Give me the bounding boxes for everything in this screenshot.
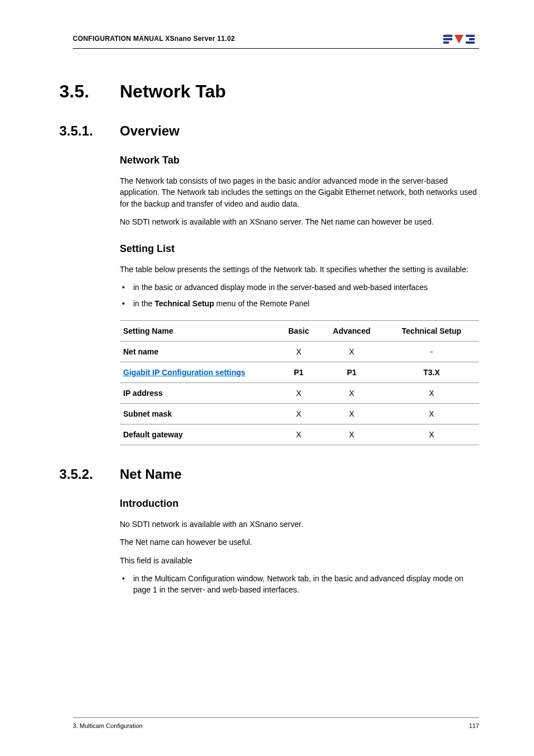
setting-name-cell: Gigabit IP Configuration settings xyxy=(120,362,278,383)
list-item-text: in the basic or advanced display mode in… xyxy=(133,282,428,293)
table-header-row: Setting Name Basic Advanced Technical Se… xyxy=(120,321,479,342)
basic-cell: X xyxy=(278,342,319,362)
basic-cell: P1 xyxy=(278,362,319,383)
heading-2-overview: 3.5.1. Overview xyxy=(73,123,479,139)
paragraph: No SDTI network is available with an XSn… xyxy=(120,519,479,530)
page-header: CONFIGURATION MANUAL XSnano Server 11.02 xyxy=(73,32,479,49)
heading-1: 3.5. Network Tab xyxy=(73,81,479,102)
paragraph: The Network tab consists of two pages in… xyxy=(120,175,479,209)
table-row: IP addressXXX xyxy=(120,383,479,404)
setting-name-cell: Default gateway xyxy=(120,424,278,445)
h3-network-tab: Network Tab xyxy=(120,155,479,166)
bullet-icon: • xyxy=(120,282,133,293)
basic-cell: X xyxy=(278,383,319,404)
col-advanced: Advanced xyxy=(320,321,384,342)
advanced-cell: X xyxy=(320,424,384,445)
paragraph: The table below presents the settings of… xyxy=(120,264,479,275)
h1-title: Network Tab xyxy=(120,81,226,102)
bullet-icon: • xyxy=(120,573,133,596)
col-technical-setup: Technical Setup xyxy=(384,321,479,342)
bullet-list: • in the basic or advanced display mode … xyxy=(120,282,479,309)
page-number: 117 xyxy=(469,722,479,729)
h2-number: 3.5.2. xyxy=(59,466,120,482)
advanced-cell: X xyxy=(320,342,384,362)
table-row: Net nameXX- xyxy=(120,342,479,362)
footer-section: 3. Multicam Configuration xyxy=(73,722,143,729)
h2-title: Overview xyxy=(120,123,180,139)
svg-rect-1 xyxy=(443,38,452,40)
svg-rect-5 xyxy=(469,38,475,40)
technical-setup-cell: X xyxy=(384,383,479,404)
setting-link[interactable]: Gigabit IP Configuration settings xyxy=(123,368,245,377)
technical-setup-cell: - xyxy=(384,342,479,362)
basic-cell: X xyxy=(278,424,319,445)
h1-number: 3.5. xyxy=(59,81,120,102)
advanced-cell: X xyxy=(320,383,384,404)
advanced-cell: P1 xyxy=(320,362,384,383)
svg-rect-2 xyxy=(443,41,449,44)
list-item: • in the basic or advanced display mode … xyxy=(120,282,479,293)
setting-name-cell: Subnet mask xyxy=(120,404,278,424)
svg-rect-0 xyxy=(443,35,452,37)
basic-cell: X xyxy=(278,404,319,424)
setting-name-cell: Net name xyxy=(120,342,278,362)
paragraph: No SDTI network is available with an XSn… xyxy=(120,216,479,227)
list-item-text: in the Multicam Configuration window, Ne… xyxy=(133,573,479,596)
h2-title: Net Name xyxy=(120,466,182,482)
col-setting-name: Setting Name xyxy=(120,321,278,342)
svg-rect-4 xyxy=(466,35,475,37)
evs-logo xyxy=(443,32,479,45)
technical-setup-cell: X xyxy=(384,404,479,424)
settings-table: Setting Name Basic Advanced Technical Se… xyxy=(120,320,479,445)
advanced-cell: X xyxy=(320,404,384,424)
technical-setup-cell: T3.X xyxy=(384,362,479,383)
table-row: Default gatewayXXX xyxy=(120,424,479,445)
table-row: Gigabit IP Configuration settingsP1P1T3.… xyxy=(120,362,479,383)
heading-2-net-name: 3.5.2. Net Name xyxy=(73,466,479,482)
doc-title: CONFIGURATION MANUAL XSnano Server 11.02 xyxy=(73,35,235,43)
table-row: Subnet maskXXX xyxy=(120,404,479,424)
page-footer: 3. Multicam Configuration 117 xyxy=(73,717,479,729)
paragraph: This field is available xyxy=(120,555,479,566)
svg-rect-6 xyxy=(466,41,475,44)
list-item: • in the Multicam Configuration window, … xyxy=(120,573,479,596)
h3-setting-list: Setting List xyxy=(120,243,479,255)
setting-name-cell: IP address xyxy=(120,383,278,404)
h2-number: 3.5.1. xyxy=(59,123,120,139)
col-basic: Basic xyxy=(278,321,319,342)
list-item-text: in the Technical Setup menu of the Remot… xyxy=(133,298,310,309)
list-item: • in the Technical Setup menu of the Rem… xyxy=(120,298,479,309)
h3-introduction: Introduction xyxy=(120,498,479,510)
bullet-list: • in the Multicam Configuration window, … xyxy=(120,573,479,596)
bullet-icon: • xyxy=(120,298,133,309)
paragraph: The Net name can however be useful. xyxy=(120,536,479,548)
svg-marker-3 xyxy=(455,35,463,44)
technical-setup-cell: X xyxy=(384,424,479,445)
